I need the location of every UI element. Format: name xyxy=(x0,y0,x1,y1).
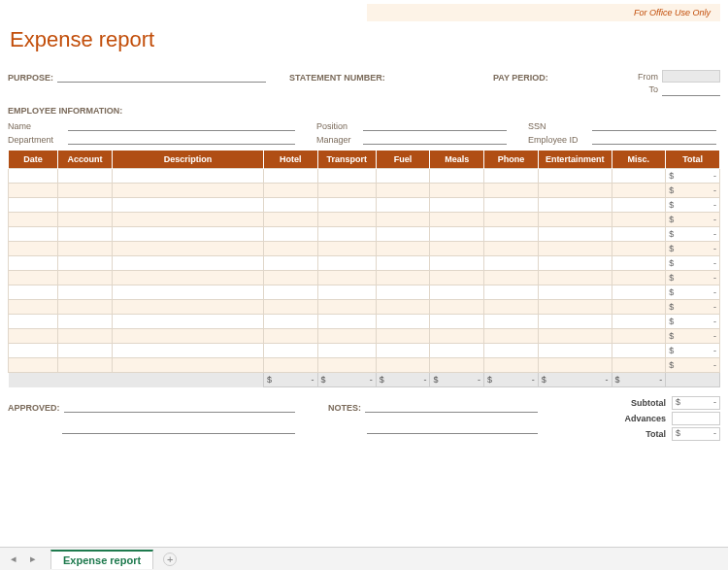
sheet-tab[interactable]: Expense report xyxy=(50,550,153,569)
table-cell[interactable] xyxy=(538,184,612,198)
table-cell[interactable] xyxy=(112,242,263,256)
table-cell[interactable] xyxy=(430,271,484,285)
table-cell[interactable] xyxy=(484,315,539,329)
table-cell[interactable] xyxy=(58,344,113,358)
table-cell[interactable] xyxy=(376,315,430,329)
table-cell[interactable] xyxy=(58,169,113,184)
manager-input[interactable] xyxy=(363,133,507,145)
table-cell[interactable] xyxy=(376,271,430,285)
table-cell[interactable] xyxy=(317,198,376,213)
table-cell[interactable] xyxy=(317,169,376,184)
table-cell[interactable] xyxy=(263,285,317,300)
table-cell[interactable] xyxy=(538,169,612,184)
statement-number-input[interactable] xyxy=(389,71,460,83)
table-cell[interactable] xyxy=(9,227,58,242)
table-cell[interactable] xyxy=(317,242,376,256)
table-cell[interactable] xyxy=(58,315,113,329)
table-cell[interactable] xyxy=(612,358,666,373)
table-cell[interactable] xyxy=(484,271,539,285)
table-cell[interactable] xyxy=(58,184,113,198)
table-cell[interactable] xyxy=(58,256,113,271)
table-cell[interactable] xyxy=(376,198,430,213)
table-cell[interactable] xyxy=(263,271,317,285)
table-cell[interactable] xyxy=(9,213,58,227)
table-cell[interactable] xyxy=(538,213,612,227)
table-cell[interactable] xyxy=(430,358,484,373)
table-cell[interactable] xyxy=(112,300,263,315)
table-cell[interactable] xyxy=(317,271,376,285)
table-cell[interactable] xyxy=(9,198,58,213)
table-cell[interactable] xyxy=(484,242,539,256)
table-cell[interactable] xyxy=(317,184,376,198)
table-cell[interactable] xyxy=(538,198,612,213)
table-cell[interactable] xyxy=(612,285,666,300)
table-cell[interactable] xyxy=(317,329,376,344)
table-cell[interactable] xyxy=(538,271,612,285)
ssn-input[interactable] xyxy=(592,119,716,131)
table-cell[interactable] xyxy=(112,344,263,358)
table-cell[interactable] xyxy=(538,315,612,329)
notes-input-2[interactable] xyxy=(367,422,538,434)
table-cell[interactable] xyxy=(484,169,539,184)
table-cell[interactable] xyxy=(612,300,666,315)
from-date-input[interactable] xyxy=(662,70,720,83)
table-cell[interactable] xyxy=(430,315,484,329)
nav-next-icon[interactable]: ▸ xyxy=(30,553,36,565)
table-cell[interactable] xyxy=(430,344,484,358)
approved-input-2[interactable] xyxy=(62,422,295,434)
table-cell[interactable] xyxy=(263,300,317,315)
table-cell[interactable] xyxy=(484,329,539,344)
table-cell[interactable] xyxy=(612,242,666,256)
table-cell[interactable] xyxy=(112,256,263,271)
table-cell[interactable] xyxy=(112,315,263,329)
table-cell[interactable] xyxy=(263,213,317,227)
table-cell[interactable] xyxy=(376,344,430,358)
table-cell[interactable] xyxy=(112,227,263,242)
table-cell[interactable] xyxy=(538,300,612,315)
table-cell[interactable] xyxy=(9,256,58,271)
table-cell[interactable] xyxy=(263,184,317,198)
table-cell[interactable] xyxy=(484,198,539,213)
table-cell[interactable] xyxy=(612,315,666,329)
table-cell[interactable] xyxy=(538,358,612,373)
table-cell[interactable] xyxy=(9,169,58,184)
table-cell[interactable] xyxy=(9,184,58,198)
table-cell[interactable] xyxy=(9,285,58,300)
table-cell[interactable] xyxy=(263,315,317,329)
table-cell[interactable] xyxy=(58,300,113,315)
table-cell[interactable] xyxy=(9,271,58,285)
table-cell[interactable] xyxy=(430,184,484,198)
table-cell[interactable] xyxy=(263,198,317,213)
table-cell[interactable] xyxy=(112,271,263,285)
approved-input[interactable] xyxy=(64,401,295,413)
table-cell[interactable] xyxy=(58,271,113,285)
table-cell[interactable] xyxy=(484,213,539,227)
table-cell[interactable] xyxy=(612,169,666,184)
table-cell[interactable] xyxy=(317,315,376,329)
table-cell[interactable] xyxy=(376,184,430,198)
table-cell[interactable] xyxy=(263,169,317,184)
table-cell[interactable] xyxy=(538,344,612,358)
table-cell[interactable] xyxy=(112,285,263,300)
table-cell[interactable] xyxy=(58,213,113,227)
table-cell[interactable] xyxy=(430,285,484,300)
table-cell[interactable] xyxy=(58,285,113,300)
notes-input[interactable] xyxy=(365,401,538,413)
table-cell[interactable] xyxy=(317,358,376,373)
table-cell[interactable] xyxy=(612,271,666,285)
table-cell[interactable] xyxy=(430,242,484,256)
table-cell[interactable] xyxy=(58,358,113,373)
table-cell[interactable] xyxy=(9,300,58,315)
table-cell[interactable] xyxy=(317,285,376,300)
table-cell[interactable] xyxy=(112,198,263,213)
table-cell[interactable] xyxy=(317,227,376,242)
table-cell[interactable] xyxy=(612,344,666,358)
table-cell[interactable] xyxy=(376,169,430,184)
table-cell[interactable] xyxy=(430,198,484,213)
table-cell[interactable] xyxy=(112,358,263,373)
table-cell[interactable] xyxy=(317,256,376,271)
employee-id-input[interactable] xyxy=(592,133,716,145)
table-cell[interactable] xyxy=(317,213,376,227)
table-cell[interactable] xyxy=(9,358,58,373)
table-cell[interactable] xyxy=(538,242,612,256)
